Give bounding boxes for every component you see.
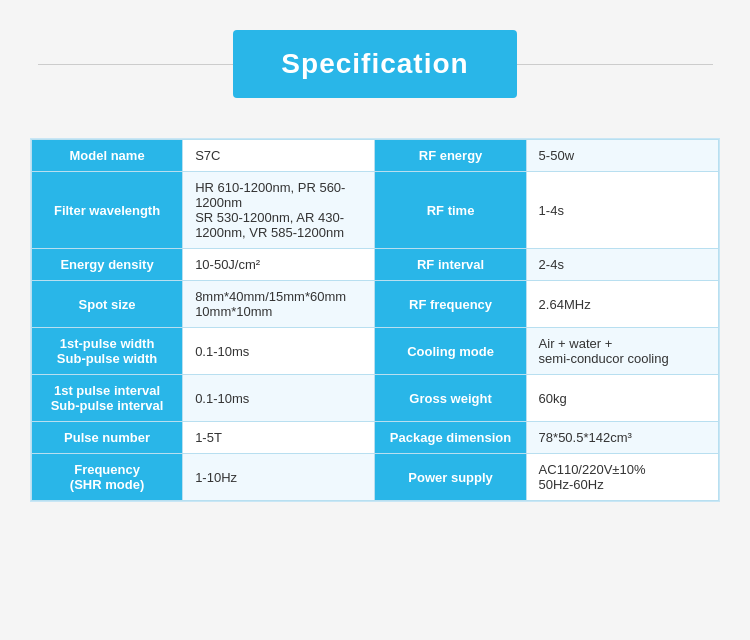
left-label-cell: Energy density <box>32 249 183 281</box>
table-row: Spot size8mm*40mm/15mm*60mm 10mm*10mmRF … <box>32 281 719 328</box>
right-value-cell: AC110/220V±10% 50Hz-60Hz <box>526 454 718 501</box>
left-label-cell: 1st pulse interval Sub-pulse interval <box>32 375 183 422</box>
left-value-cell: 1-5T <box>183 422 375 454</box>
left-value-cell: 0.1-10ms <box>183 375 375 422</box>
header-section: Specification <box>0 0 750 128</box>
left-value-cell: 1-10Hz <box>183 454 375 501</box>
spec-table: Model nameS7CRF energy5-50wFilter wavele… <box>31 139 719 501</box>
right-value-cell: Air + water + semi-conducor cooling <box>526 328 718 375</box>
right-value-cell: 2.64MHz <box>526 281 718 328</box>
right-value-cell: 1-4s <box>526 172 718 249</box>
left-value-cell: 0.1-10ms <box>183 328 375 375</box>
left-label-cell: Frequency (SHR mode) <box>32 454 183 501</box>
page-title: Specification <box>233 30 516 98</box>
right-label-cell: Package dimension <box>375 422 526 454</box>
left-label-cell: Spot size <box>32 281 183 328</box>
table-row: Frequency (SHR mode)1-10HzPower supplyAC… <box>32 454 719 501</box>
left-value-cell: HR 610-1200nm, PR 560-1200nm SR 530-1200… <box>183 172 375 249</box>
right-label-cell: RF energy <box>375 140 526 172</box>
right-label-cell: RF time <box>375 172 526 249</box>
left-value-cell: 8mm*40mm/15mm*60mm 10mm*10mm <box>183 281 375 328</box>
left-value-cell: S7C <box>183 140 375 172</box>
left-label-cell: Pulse number <box>32 422 183 454</box>
table-row: Pulse number1-5TPackage dimension78*50.5… <box>32 422 719 454</box>
left-value-cell: 10-50J/cm² <box>183 249 375 281</box>
right-label-cell: Gross weight <box>375 375 526 422</box>
table-row: 1st pulse interval Sub-pulse interval0.1… <box>32 375 719 422</box>
table-row: Filter wavelengthHR 610-1200nm, PR 560-1… <box>32 172 719 249</box>
right-label-cell: RF interval <box>375 249 526 281</box>
right-label-cell: RF frequency <box>375 281 526 328</box>
right-label-cell: Cooling mode <box>375 328 526 375</box>
right-value-cell: 2-4s <box>526 249 718 281</box>
left-label-cell: Model name <box>32 140 183 172</box>
right-value-cell: 60kg <box>526 375 718 422</box>
right-label-cell: Power supply <box>375 454 526 501</box>
table-row: 1st-pulse width Sub-pulse width0.1-10msC… <box>32 328 719 375</box>
left-label-cell: 1st-pulse width Sub-pulse width <box>32 328 183 375</box>
table-row: Energy density10-50J/cm²RF interval2-4s <box>32 249 719 281</box>
left-label-cell: Filter wavelength <box>32 172 183 249</box>
spec-table-container: Model nameS7CRF energy5-50wFilter wavele… <box>30 138 720 502</box>
right-value-cell: 5-50w <box>526 140 718 172</box>
right-value-cell: 78*50.5*142cm³ <box>526 422 718 454</box>
table-row: Model nameS7CRF energy5-50w <box>32 140 719 172</box>
